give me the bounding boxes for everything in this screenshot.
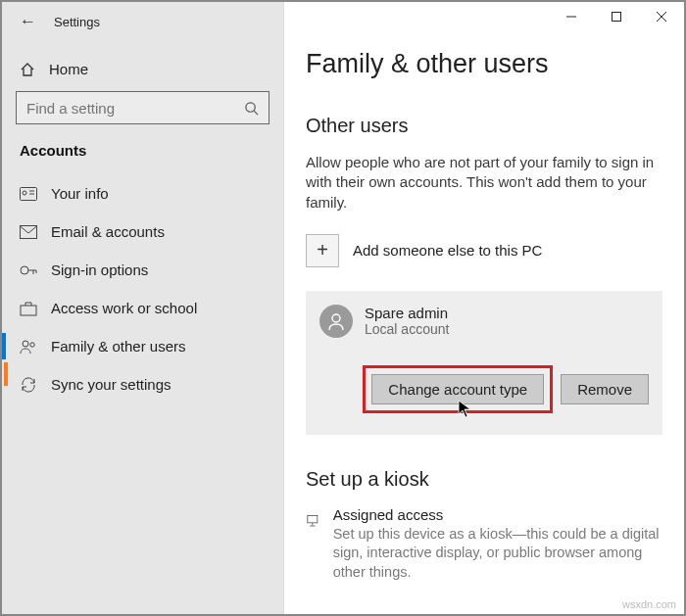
- maximize-button[interactable]: [594, 2, 639, 31]
- mail-icon: [20, 225, 37, 239]
- sidebar-item-label: Sync your settings: [51, 376, 172, 393]
- search-input[interactable]: [26, 100, 232, 117]
- assigned-access-desc: Set up this device as a kiosk—this could…: [333, 525, 662, 583]
- other-users-heading: Other users: [306, 115, 662, 137]
- svg-rect-1: [612, 13, 621, 22]
- user-card[interactable]: Spare admin Local account Change account…: [306, 291, 662, 435]
- nav-home-label: Home: [49, 61, 88, 77]
- key-icon: [20, 262, 37, 278]
- assigned-access-row[interactable]: Assigned access Set up this device as a …: [306, 506, 662, 583]
- plus-icon: +: [306, 234, 339, 267]
- highlight-box: Change account type: [363, 365, 553, 413]
- sidebar-item-signin-options[interactable]: Sign-in options: [16, 251, 270, 289]
- change-account-type-button[interactable]: Change account type: [371, 374, 544, 404]
- watermark: wsxdn.com: [622, 598, 676, 610]
- briefcase-icon: [20, 301, 37, 316]
- sidebar-item-sync-settings[interactable]: Sync your settings: [16, 365, 270, 403]
- kiosk-icon: [306, 506, 319, 536]
- sidebar-item-label: Access work or school: [51, 300, 197, 316]
- sync-icon: [20, 377, 37, 393]
- sidebar-item-label: Your info: [51, 185, 109, 202]
- svg-rect-10: [21, 225, 37, 238]
- svg-rect-15: [21, 306, 36, 315]
- sidebar-item-email-accounts[interactable]: Email & accounts: [16, 213, 270, 251]
- add-user-row[interactable]: + Add someone else to this PC: [306, 234, 662, 267]
- settings-window: ← Settings Home Accounts: [0, 0, 686, 616]
- sidebar-item-work-school[interactable]: Access work or school: [16, 289, 270, 327]
- window-title: Settings: [54, 15, 100, 29]
- svg-point-7: [23, 191, 26, 195]
- avatar-icon: [319, 305, 353, 338]
- people-icon: [20, 339, 37, 355]
- sidebar-item-label: Family & other users: [51, 338, 186, 355]
- sidebar-item-family-users[interactable]: Family & other users: [16, 327, 270, 365]
- other-users-desc: Allow people who are not part of your fa…: [306, 153, 662, 213]
- kiosk-heading: Set up a kiosk: [306, 468, 662, 491]
- accent-mark: [4, 362, 8, 386]
- nav-home[interactable]: Home: [16, 53, 270, 91]
- sidebar-item-your-info[interactable]: Your info: [16, 174, 270, 213]
- svg-point-4: [246, 102, 255, 111]
- search-input-wrap[interactable]: [16, 91, 270, 124]
- remove-button[interactable]: Remove: [561, 374, 649, 404]
- back-icon[interactable]: ←: [20, 12, 36, 31]
- user-name: Spare admin: [365, 305, 449, 321]
- svg-point-18: [332, 314, 340, 322]
- close-button[interactable]: [639, 2, 684, 31]
- sidebar-item-label: Email & accounts: [51, 223, 165, 240]
- svg-point-17: [30, 342, 34, 346]
- sidebar-item-label: Sign-in options: [51, 261, 148, 278]
- svg-point-11: [21, 266, 28, 274]
- page-title: Family & other users: [306, 49, 662, 79]
- svg-rect-19: [308, 515, 318, 522]
- main-content: Family & other users Other users Allow p…: [284, 2, 684, 614]
- home-icon: [20, 62, 35, 77]
- category-header: Accounts: [16, 142, 270, 174]
- user-type: Local account: [365, 321, 449, 337]
- assigned-access-title: Assigned access: [333, 506, 662, 523]
- sidebar: Home Accounts Your info Email & accounts…: [2, 2, 284, 614]
- search-icon: [244, 101, 259, 116]
- add-user-label: Add someone else to this PC: [353, 242, 542, 259]
- window-controls: [549, 2, 684, 31]
- titlebar: ← Settings: [2, 2, 684, 41]
- svg-line-5: [254, 111, 258, 115]
- minimize-button[interactable]: [549, 2, 594, 31]
- id-card-icon: [20, 187, 37, 201]
- svg-point-16: [23, 341, 28, 347]
